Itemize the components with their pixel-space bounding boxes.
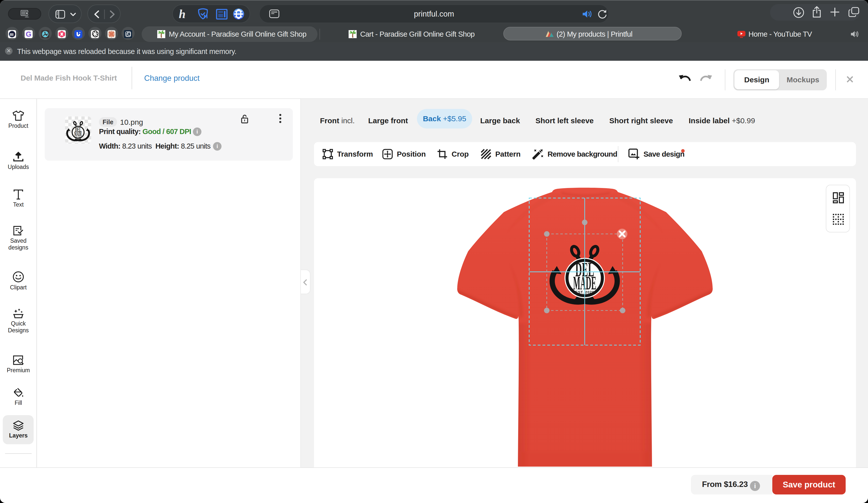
svg-text:h: h [179,8,186,21]
svg-text:m: m [10,31,13,37]
svg-text:G: G [25,30,31,38]
